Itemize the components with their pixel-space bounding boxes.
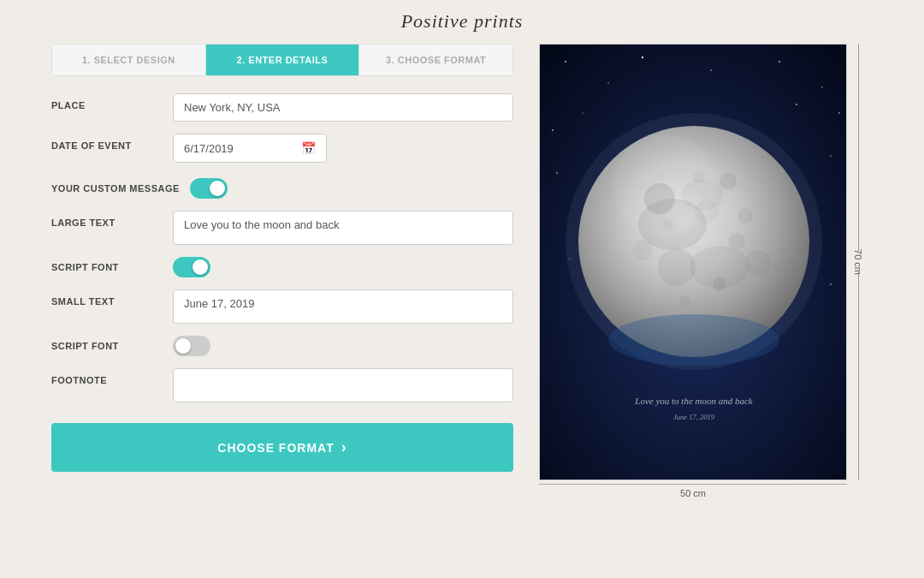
main-container: 1. SELECT DESIGN 2. ENTER DETAILS 3. CHO…	[0, 44, 924, 498]
place-row: PLACE	[51, 93, 513, 122]
choose-format-button[interactable]: CHOOSE FORMAT ›	[51, 423, 513, 472]
svg-point-9	[582, 112, 583, 113]
svg-point-12	[556, 172, 558, 174]
dimension-right-line-top	[858, 44, 859, 252]
svg-text:June 17, 2019: June 17, 2019	[673, 413, 715, 421]
date-input-wrapper[interactable]: 📅	[173, 134, 327, 163]
svg-point-2	[607, 82, 609, 84]
svg-point-6	[821, 86, 823, 88]
svg-point-10	[796, 104, 797, 105]
svg-point-3	[642, 57, 643, 58]
date-label: DATE OF EVENT	[51, 134, 163, 151]
step-choose-format[interactable]: 3. CHOOSE FORMAT	[359, 45, 512, 75]
app-logo: Positive prints	[401, 10, 524, 32]
svg-point-5	[779, 61, 780, 63]
custom-message-toggle[interactable]	[190, 178, 228, 199]
right-panel: Love you to the moon and back June 17, 2…	[539, 44, 847, 498]
script-font-toggle-2[interactable]	[173, 336, 210, 356]
script-font-row-1: SCRIPT FONT	[51, 257, 513, 277]
date-input[interactable]	[184, 142, 294, 155]
svg-point-35	[608, 314, 779, 366]
dimension-width-label: 50 cm	[680, 488, 706, 498]
svg-point-30	[745, 250, 771, 276]
svg-point-1	[565, 61, 566, 63]
script-font-label-1: SCRIPT FONT	[51, 262, 163, 272]
dimension-height-wrapper: 70 cm	[845, 44, 871, 480]
form-section: PLACE DATE OF EVENT 📅 YOUR CUSTOM MESSAG…	[51, 93, 513, 472]
script-font-toggle-1[interactable]	[173, 257, 210, 277]
choose-format-arrow: ›	[341, 438, 347, 456]
dimension-height-label: 70 cm	[853, 249, 863, 275]
choose-format-label: CHOOSE FORMAT	[217, 441, 334, 455]
large-text-label: LARGE TEXT	[51, 211, 163, 228]
toggle-slider-3	[173, 336, 210, 356]
svg-point-26	[679, 295, 691, 307]
svg-point-11	[830, 155, 832, 157]
poster-container: Love you to the moon and back June 17, 2…	[539, 44, 847, 480]
script-font-row-2: SCRIPT FONT	[51, 336, 513, 356]
large-text-input[interactable]	[173, 211, 513, 245]
step-select-design[interactable]: 1. SELECT DESIGN	[52, 45, 206, 75]
custom-message-label: YOUR CUSTOM MESSAGE	[51, 183, 180, 194]
small-text-row: SMALL TEXT	[51, 289, 513, 324]
svg-point-7	[838, 112, 840, 114]
stepper: 1. SELECT DESIGN 2. ENTER DETAILS 3. CHO…	[51, 44, 513, 76]
place-input[interactable]	[173, 93, 513, 122]
script-font-label-2: SCRIPT FONT	[51, 341, 163, 351]
app-header: Positive prints	[0, 0, 924, 39]
preview-wrapper: Love you to the moon and back June 17, 2…	[539, 44, 847, 480]
date-row: DATE OF EVENT 📅	[51, 134, 513, 163]
svg-point-32	[690, 246, 749, 289]
step-enter-details[interactable]: 2. ENTER DETAILS	[206, 45, 360, 75]
dimension-bottom-line	[539, 484, 847, 485]
calendar-icon[interactable]: 📅	[301, 141, 316, 155]
footnote-label: FOOTNOTE	[51, 368, 163, 385]
dimension-width-wrapper: 50 cm	[539, 484, 847, 498]
footnote-row: FOOTNOTE	[51, 368, 513, 402]
svg-point-15	[830, 283, 832, 285]
small-text-label: SMALL TEXT	[51, 289, 163, 307]
dimension-right-line-bottom	[858, 272, 859, 480]
svg-point-28	[737, 208, 753, 223]
large-text-row: LARGE TEXT	[51, 211, 513, 245]
custom-message-row: YOUR CUSTOM MESSAGE	[51, 178, 513, 199]
svg-text:Love you to the moon and back: Love you to the moon and back	[634, 396, 754, 406]
left-panel: 1. SELECT DESIGN 2. ENTER DETAILS 3. CHO…	[51, 44, 513, 498]
svg-point-20	[720, 173, 737, 190]
place-label: PLACE	[51, 93, 163, 110]
svg-point-34	[613, 134, 715, 237]
toggle-slider	[190, 178, 228, 199]
small-text-input[interactable]	[173, 289, 513, 324]
svg-point-4	[710, 69, 712, 71]
toggle-slider-2	[173, 257, 210, 277]
footnote-input[interactable]	[173, 368, 513, 402]
moon-poster-svg: Love you to the moon and back June 17, 2…	[540, 45, 847, 480]
svg-point-8	[552, 129, 554, 131]
